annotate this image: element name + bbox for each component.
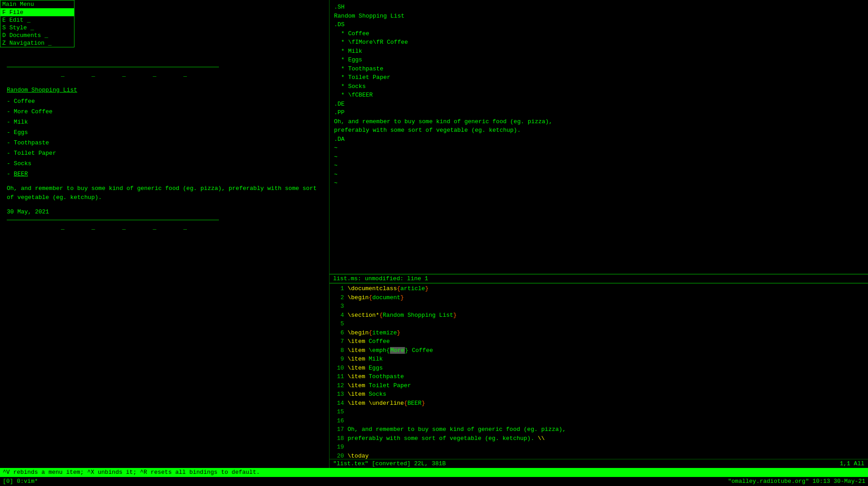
list-item: - BEER	[7, 171, 322, 177]
code-line-5: 5	[330, 319, 868, 329]
preview-line: * Milk	[334, 47, 863, 56]
menu-key-z: Z	[2, 40, 6, 46]
preview-line: .DA	[334, 135, 863, 144]
code-line-20: 20 \today	[330, 452, 868, 459]
doc-separator-top	[7, 67, 219, 67]
code-line-16: 16	[330, 417, 868, 426]
list-item: - More Coffee	[7, 108, 322, 115]
code-line-18: 18 preferably with some sort of vegetabl…	[330, 434, 868, 443]
menu-item-navigation[interactable]: Z Navigation _	[0, 39, 74, 47]
preview-line: ~	[334, 170, 863, 179]
preview-line: .PP	[334, 108, 863, 117]
doc-nav-row-top: _ _ _ _ _	[7, 71, 322, 78]
list-item: - Toothpaste	[7, 139, 322, 146]
doc-date: 30 May, 2021	[7, 208, 322, 215]
preview-line: * \fIMore\fR Coffee	[334, 38, 863, 47]
beer-underlined: BEER	[14, 171, 28, 177]
preview-line: ~	[334, 161, 863, 170]
code-line-1: 1 \documentclass{article}	[330, 284, 868, 293]
menu-key-f: F	[2, 9, 6, 16]
code-line-7: 7 \item Coffee	[330, 337, 868, 346]
doc-nav-row-bottom: _ _ _ _ _	[7, 224, 322, 231]
preview-line: * Eggs	[334, 56, 863, 65]
preview-line: preferably with some sort of vegetable (…	[334, 126, 863, 135]
preview-line: Oh, and remember to buy some kind of gen…	[334, 117, 863, 126]
right-top-status: list.ms: unmodified: line 1	[330, 274, 868, 283]
preview-line: ~	[334, 179, 863, 188]
code-status-file: "list.tex" [converted] 22L, 381B	[333, 460, 446, 467]
code-line-4: 4 \section*{Random Shopping List}	[330, 311, 868, 320]
preview-line: Random Shopping List	[334, 12, 863, 21]
list-item: - Milk	[7, 119, 322, 125]
code-line-6: 6 \begin{itemize}	[330, 329, 868, 338]
preview-line: .SH	[334, 3, 863, 12]
menu-item-edit[interactable]: E Edit _	[0, 16, 74, 24]
menu-label-file: File	[9, 9, 23, 16]
doc-separator-bottom	[7, 220, 219, 220]
doc-title: Random_Shopping_List	[7, 87, 322, 93]
menu-title: Main Menu	[0, 0, 74, 9]
preview-line: * Socks	[334, 82, 863, 91]
right-top-preview: .SH Random Shopping List .DS * Coffee * …	[330, 0, 868, 274]
menu-label-style: Style _	[9, 24, 34, 31]
preview-line: * Coffee	[334, 29, 863, 38]
code-editor-status: "list.tex" [converted] 22L, 381B 1,1 All	[330, 459, 868, 468]
menu-key-s: S	[2, 24, 6, 31]
status-bar-vim: [0] 0:vim*	[3, 478, 38, 485]
code-line-19: 19	[330, 443, 868, 452]
menu-key-e: E	[2, 17, 6, 23]
code-lines: 1 \documentclass{article} 2 \begin{docum…	[330, 283, 868, 459]
right-panel: .SH Random Shopping List .DS * Coffee * …	[330, 0, 868, 468]
menu-label-navigation: Navigation _	[9, 40, 52, 46]
code-line-17: 17 Oh, and remember to buy some kind of …	[330, 425, 868, 434]
code-line-9: 9 \item Milk	[330, 355, 868, 364]
code-line-13: 13 \item Socks	[330, 390, 868, 399]
code-line-15: 15	[330, 407, 868, 417]
code-line-12: 12 \item Toilet Paper	[330, 381, 868, 390]
preview-line: ~	[334, 153, 863, 162]
menu-key-d: D	[2, 32, 6, 39]
preview-line: * Toothpaste	[334, 65, 863, 74]
preview-line: * Toilet Paper	[334, 73, 863, 82]
list-item: - Toilet Paper	[7, 150, 322, 157]
code-line-8: 8 \item \emph{More} Coffee	[330, 346, 868, 355]
preview-line: ~	[334, 143, 863, 153]
preview-line: .DE	[334, 100, 863, 109]
main-menu[interactable]: Main Menu F File E Edit _ S Style _ D Do…	[0, 0, 74, 47]
code-status-position: 1,1 All	[840, 460, 864, 467]
preview-line: * \fCBEER	[334, 91, 863, 100]
preview-line: .DS	[334, 20, 863, 29]
list-item: - Eggs	[7, 129, 322, 136]
menu-item-file[interactable]: F File	[0, 9, 74, 16]
menu-label-edit: Edit _	[9, 17, 31, 23]
bottom-status-bar: ^V rebinds a menu item; ^X unbinds it; ^…	[0, 468, 868, 486]
code-line-10: 10 \item Eggs	[330, 364, 868, 373]
menu-item-documents[interactable]: D Documents _	[0, 32, 74, 39]
code-line-2: 2 \begin{document}	[330, 293, 868, 302]
doc-paragraph: Oh, and remember to buy some kind of gen…	[7, 184, 322, 202]
list-item: - Coffee	[7, 98, 322, 105]
menu-item-style[interactable]: S Style _	[0, 24, 74, 32]
code-line-11: 11 \item Toothpaste	[330, 372, 868, 381]
code-line-14: 14 \item \underline{BEER}	[330, 399, 868, 408]
left-panel: Main Menu F File E Edit _ S Style _ D Do…	[0, 0, 330, 468]
status-bar-hint: ^V rebinds a menu item; ^X unbinds it; ^…	[0, 468, 868, 477]
code-line-3: 3	[330, 302, 868, 311]
status-bar-server: "omalley.radiotube.org" 10:13 30-May-21	[728, 478, 865, 485]
list-item: - Socks	[7, 160, 322, 167]
menu-label-documents: Documents _	[9, 32, 48, 39]
code-editor[interactable]: 1 \documentclass{article} 2 \begin{docum…	[330, 283, 868, 468]
